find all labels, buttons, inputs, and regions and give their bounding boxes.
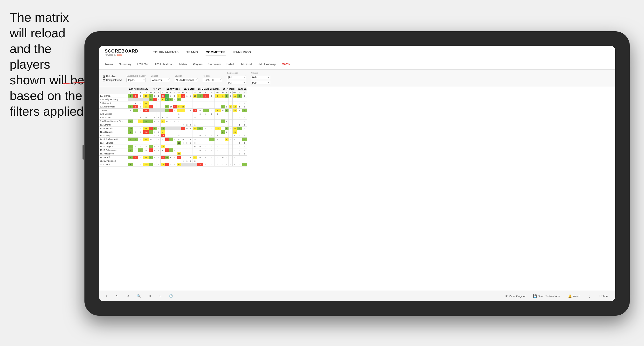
full-view-radio[interactable]: Full View [103, 75, 122, 78]
subnav-matrix2[interactable]: Matrix [282, 61, 290, 67]
save-icon: 💾 [533, 294, 537, 298]
sh-l6: L [225, 91, 229, 94]
table-row: 11. G Woods 100011 14011 10014 144017 24… [99, 127, 247, 130]
sh-dif1: Dif [143, 91, 149, 94]
col-header-woods: 11. G Woods [165, 87, 181, 91]
sh-dif5: Dif [214, 91, 221, 94]
table-row: 10. L Perini 0201 11 [99, 123, 247, 127]
view-original-button[interactable]: 👁 View: Original [503, 293, 527, 299]
nav-tournaments[interactable]: TOURNAMENTS [153, 49, 178, 55]
max-players-select[interactable]: Top 25 [126, 78, 146, 82]
subnav-h2hgrid2[interactable]: H2H Grid [240, 62, 252, 67]
more-button[interactable]: ⋮ [586, 293, 593, 299]
nav-items: TOURNAMENTS TEAMS COMMITTEE RANKINGS [153, 49, 251, 55]
col-header-dy: 6. A Dy [149, 87, 165, 91]
player-name: 5. A Nomrowski [99, 105, 128, 109]
save-custom-button[interactable]: 💾 Save Custom View [531, 293, 562, 299]
subnav-summary1[interactable]: Summary [119, 62, 131, 67]
logo-title: SCOREBOARD [105, 49, 138, 54]
col-header-mulcahy: 2. M Kelly Mulcahy [128, 87, 149, 91]
region-select[interactable]: East - DII [203, 78, 222, 82]
players-select2[interactable]: (All) [251, 81, 270, 85]
fit-button[interactable]: ⊞ [157, 293, 163, 299]
region-label: Region [203, 75, 222, 77]
division-select[interactable]: NCAA Division II [175, 78, 198, 82]
zoom-in-button[interactable]: ⊕ [146, 293, 153, 299]
subnav-summary2[interactable]: Summary [208, 62, 220, 67]
sub-navigation: Teams Summary H2H Grid H2H Heatmap Matri… [99, 59, 615, 70]
matrix-scroll[interactable]: 2. M Kelly Mulcahy 6. A Dy 11. G Woods 2… [99, 87, 615, 291]
division-label: Division [175, 75, 198, 77]
max-players-label: Max players in view [126, 75, 146, 77]
filters-area: Full View Compact View Max players in vi… [99, 70, 615, 87]
table-row: 5. A Nomrowski 310-11 1 01440 25 13013 1… [99, 105, 247, 109]
undo-button[interactable]: ↩ [104, 293, 110, 299]
top-navigation: SCOREBOARD Powered by clippd TOURNAMENTS… [99, 46, 615, 59]
nav-teams[interactable]: TEAMS [186, 49, 198, 55]
zoom-in-icon: ⊕ [148, 294, 151, 298]
sh-l2: L [153, 91, 157, 94]
table-row: 12. A Bianchi 200-58 1104 2025 [99, 130, 247, 134]
sh-dif2: Dif [161, 91, 165, 94]
redo-button[interactable]: ↪ [114, 293, 121, 299]
reset-icon: ↺ [126, 294, 129, 298]
subnav-h2hheatmap2[interactable]: H2H Heatmap [258, 62, 276, 67]
compact-view-radio[interactable]: Compact View [103, 79, 122, 81]
table-row: 17. D Ballesteros 1000 2010 1101 0207 01 [99, 149, 247, 152]
table-row: 20. E Andersson 0108 [99, 159, 247, 163]
player-name: 7. O Mitchell [99, 112, 128, 116]
clock-icon: 🕐 [169, 294, 173, 298]
players-label: Players [251, 72, 270, 74]
sh-t2: T [157, 91, 161, 94]
view-options: Full View Compact View [103, 75, 122, 81]
zoom-out-icon: 🔍 [137, 294, 141, 298]
col-header-stoll: 21. O Stoll [181, 87, 197, 91]
share-button[interactable]: ⤴ Share [597, 293, 610, 299]
sh-l1: L [133, 91, 138, 94]
table-row: 19. J Karih 31019 400-20 1300-33 210-15 … [99, 156, 247, 159]
player-name: 3. S Jelinek [99, 101, 128, 105]
col-header-za: 60. W Za [237, 87, 247, 91]
table-row: 18. J Hodgson 11 01 [99, 152, 247, 156]
reset-button[interactable]: ↺ [124, 293, 131, 299]
player-name: 13. N Klug [99, 134, 128, 138]
sh-dif4: Dif [193, 91, 197, 94]
player-name: 19. J Karih [99, 156, 128, 159]
player-name: 2. M Kelly Mulcahy [99, 98, 128, 101]
subnav-players[interactable]: Players [193, 62, 202, 67]
subnav-detail[interactable]: Detail [226, 62, 234, 67]
clock-button[interactable]: 🕐 [167, 293, 175, 299]
table-row: 14. S Srichantamit 31014 0105 1204 0105 … [99, 138, 247, 141]
redo-icon: ↪ [116, 294, 119, 298]
table-row: 9. A Maria Jimenez Rios 1000 100-7 0102 … [99, 120, 247, 123]
subnav-h2hgrid1[interactable]: H2H Grid [137, 62, 149, 67]
player-name: 18. J Hodgson [99, 152, 128, 156]
region-filter: Region East - DII [203, 75, 222, 82]
logo-area: SCOREBOARD Powered by clippd [105, 49, 138, 56]
subnav-h2hheatmap1[interactable]: H2H Heatmap [155, 62, 174, 67]
nav-committee[interactable]: COMMITTEE [206, 49, 226, 55]
player-name: 17. D Ballesteros [99, 149, 128, 152]
zoom-out-button[interactable]: 🔍 [135, 293, 142, 299]
sh-t1: T [138, 91, 143, 94]
nav-rankings[interactable]: RANKINGS [233, 49, 251, 55]
player-name: 12. A Bianchi [99, 130, 128, 134]
player-name: 15. H Stranda [99, 141, 128, 145]
player-name: 8. M Torres [99, 116, 128, 120]
annotation-text: The matrix will reload and the players s… [10, 10, 87, 119]
sh-w2: W [149, 91, 153, 94]
sh-l3: L [169, 91, 173, 94]
players-select1[interactable]: (All) [251, 75, 270, 79]
conference-select1[interactable]: (All) [227, 75, 246, 79]
table-row: 6. A Dy 30018 2202 120-4 0104 04024 23 [99, 109, 247, 112]
watch-button[interactable]: 🔔 Watch [566, 293, 582, 299]
save-custom-label: Save Custom View [538, 295, 560, 298]
gender-select[interactable]: Women's [150, 78, 170, 82]
tablet-screen: SCOREBOARD Powered by clippd TOURNAMENTS… [99, 46, 615, 301]
table-row: 13. N Klug 110-2 3 0210 1 01 [99, 134, 247, 138]
conference-select2[interactable]: (All) [227, 81, 246, 85]
subnav-teams[interactable]: Teams [105, 62, 113, 67]
table-row: 7. O Mitchell 3 0103 [99, 112, 247, 116]
sh-w1: W [128, 91, 133, 94]
subnav-matrix1[interactable]: Matrix [179, 62, 187, 67]
